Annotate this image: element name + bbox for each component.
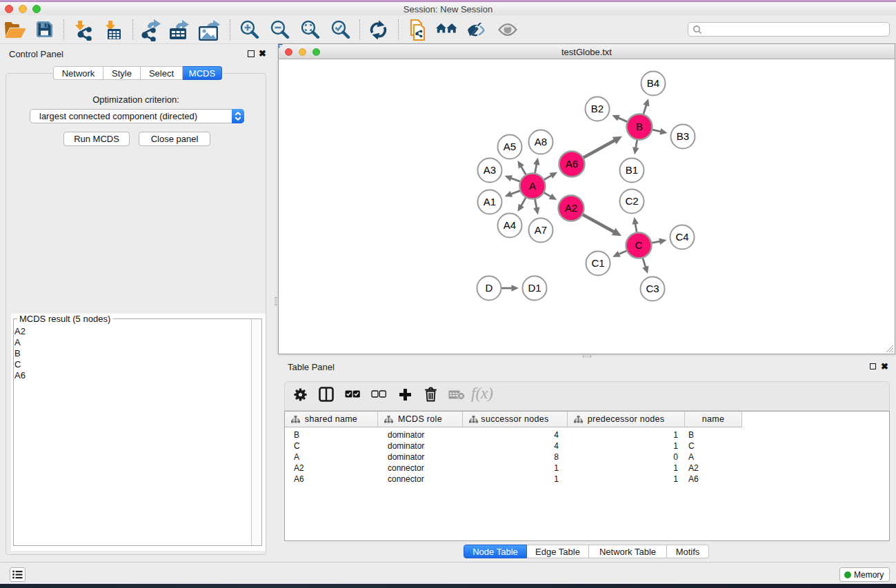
svg-text:C: C bbox=[635, 239, 643, 251]
svg-text:A: A bbox=[529, 180, 536, 192]
svg-text:C1: C1 bbox=[591, 257, 604, 269]
svg-text:C4: C4 bbox=[675, 231, 688, 243]
svg-text:D1: D1 bbox=[528, 282, 541, 294]
svg-text:A6: A6 bbox=[566, 158, 578, 170]
svg-text:A8: A8 bbox=[535, 136, 547, 148]
svg-text:D: D bbox=[486, 282, 493, 294]
svg-text:B: B bbox=[636, 121, 643, 132]
svg-text:A4: A4 bbox=[504, 219, 516, 231]
svg-text:B1: B1 bbox=[626, 164, 638, 176]
svg-text:B4: B4 bbox=[647, 77, 659, 89]
svg-text:A1: A1 bbox=[484, 196, 496, 207]
svg-text:A5: A5 bbox=[504, 141, 516, 152]
svg-text:A3: A3 bbox=[484, 164, 496, 176]
svg-text:A7: A7 bbox=[535, 224, 547, 236]
svg-text:B3: B3 bbox=[677, 130, 689, 142]
svg-text:C2: C2 bbox=[625, 195, 638, 207]
svg-text:B2: B2 bbox=[591, 103, 604, 114]
svg-text:A2: A2 bbox=[565, 202, 577, 214]
svg-text:C3: C3 bbox=[646, 283, 659, 294]
